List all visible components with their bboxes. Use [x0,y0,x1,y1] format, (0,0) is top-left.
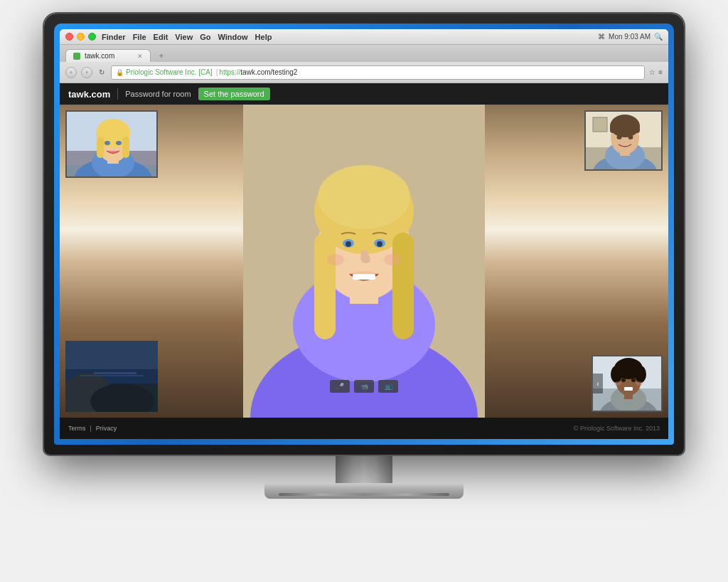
traffic-lights [65,33,96,41]
small-video-bottom-left [65,341,158,412]
svg-point-40 [617,135,622,139]
minimize-button[interactable] [77,33,85,41]
svg-point-15 [384,254,401,265]
svg-point-60 [621,378,626,382]
copyright-text: © Priologic Software Inc. 2013 [574,425,660,432]
browser-actions: ☆ ≡ [649,68,663,76]
mute-button[interactable]: 🎤 [330,380,350,393]
browser-tab[interactable]: tawk.com ✕ [65,49,151,62]
finder-menu: Finder File Edit View Go Window Help [102,33,272,41]
svg-point-12 [377,241,382,247]
menu-icon[interactable]: ≡ [658,68,663,76]
maximize-button[interactable] [88,33,96,41]
terms-link[interactable]: Terms [68,425,86,432]
url-separator: | [216,68,218,76]
link-separator: | [90,425,92,432]
bookmark-icon[interactable]: ☆ [649,68,655,76]
monitor-bezel: Finder File Edit View Go Window Help ⌘ M… [54,23,674,445]
tab-title: tawk.com [85,52,114,60]
content-area: tawk.com Password for room Set the passw… [60,83,668,439]
svg-point-27 [105,141,110,145]
svg-rect-62 [624,387,633,391]
set-password-button[interactable]: Set the password [198,88,270,100]
svg-rect-32 [593,117,607,132]
close-button[interactable] [65,33,73,41]
monitor-base [264,483,464,499]
ssl-icon: 🔒 [116,69,124,76]
svg-point-64 [636,381,643,386]
wifi-icon: ⌘ [598,33,605,41]
bottom-links: Terms | Privacy [68,425,117,432]
app-toolbar: tawk.com Password for room Set the passw… [60,83,668,105]
browser-window: Finder File Edit View Go Window Help ⌘ M… [60,29,668,439]
svg-rect-6 [314,233,336,339]
tab-bar: tawk.com ✕ + [60,45,668,62]
svg-point-8 [318,165,410,229]
monitor-body: Finder File Edit View Go Window Help ⌘ M… [44,14,684,455]
svg-point-59 [635,366,646,383]
video-controls: 🎤 📹 📺 [330,380,398,393]
tab-favicon [73,53,80,60]
monitor-wrapper: Finder File Edit View Go Window Help ⌘ M… [37,14,691,568]
url-domain: tawk.com [240,68,270,76]
monitor-neck [336,455,392,483]
title-bar: Finder File Edit View Go Window Help ⌘ M… [60,29,668,45]
screen-share-button[interactable]: 📺 [378,380,398,393]
menu-window[interactable]: Window [218,33,248,41]
url-path: /testing2 [271,68,298,76]
svg-point-11 [346,241,351,247]
svg-rect-38 [610,125,616,133]
forward-button[interactable]: › [81,67,92,78]
menu-edit[interactable]: Edit [154,33,168,41]
finder-label: Finder [102,33,126,41]
refresh-button[interactable]: ↻ [97,68,107,78]
url-protocol: https:// [219,68,240,76]
spotlight-icon[interactable]: 🔍 [654,33,663,41]
svg-rect-39 [634,125,640,133]
svg-rect-48 [94,372,136,374]
svg-point-63 [614,381,621,386]
svg-rect-43 [65,341,158,373]
svg-point-28 [116,141,122,145]
svg-rect-13 [353,274,375,280]
svg-point-61 [631,378,636,382]
small-video-top-right [584,110,663,171]
new-tab-button[interactable]: + [155,49,168,62]
video-button[interactable]: 📹 [354,380,374,393]
app-logo: tawk.com [68,89,110,100]
svg-rect-25 [97,137,104,158]
main-person-video [243,105,485,418]
svg-rect-7 [392,233,414,339]
svg-point-58 [611,366,622,383]
main-video-area: ‹ [60,105,668,418]
back-button[interactable]: ‹ [65,67,77,78]
ssl-org: Priologic Software Inc. [CA] [126,68,213,76]
password-label: Password for room [125,90,191,98]
menu-file[interactable]: File [133,33,146,41]
privacy-link[interactable]: Privacy [96,425,117,432]
svg-rect-49 [80,375,144,376]
toolbar-divider [117,88,118,100]
url-bar[interactable]: 🔒 Priologic Software Inc. [CA] | https:/… [111,65,645,80]
small-video-top-left [65,110,158,178]
system-icons: ⌘ Mon 9:03 AM 🔍 [598,33,663,41]
svg-point-41 [628,135,633,139]
tab-close-icon[interactable]: ✕ [137,53,143,60]
video-nav-arrow[interactable]: ‹ [593,374,603,393]
svg-point-14 [327,254,344,265]
small-video-bottom-right: ‹ [592,355,663,412]
menu-view[interactable]: View [175,33,193,41]
menu-go[interactable]: Go [200,33,210,41]
clock-display: Mon 9:03 AM [609,33,651,41]
svg-rect-26 [122,137,129,158]
address-bar: ‹ › ↻ 🔒 Priologic Software Inc. [CA] | h… [60,62,668,83]
bottom-bar: Terms | Privacy © Priologic Software Inc… [60,418,668,439]
menu-help[interactable]: Help [255,33,272,41]
